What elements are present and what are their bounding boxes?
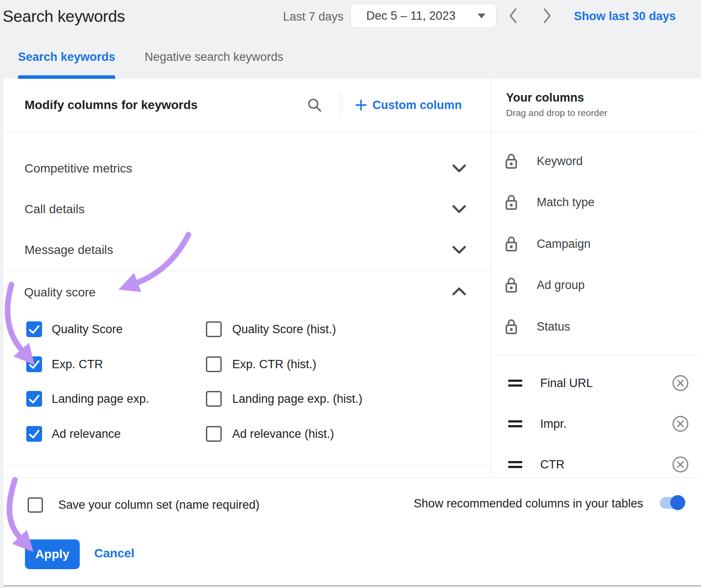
caret-down-icon bbox=[478, 14, 485, 18]
section-quality-score[interactable]: Quality score bbox=[24, 284, 96, 301]
chevron-up-icon bbox=[452, 287, 466, 296]
page-title: Search keywords bbox=[3, 5, 125, 28]
exp-ctr-hist-label[interactable]: Exp. CTR (hist.) bbox=[232, 356, 316, 373]
checkmark-icon bbox=[26, 391, 42, 407]
search-icon bbox=[307, 97, 322, 113]
section-call-details[interactable]: Call details bbox=[25, 201, 85, 218]
remove-ctr-button[interactable] bbox=[671, 455, 690, 474]
date-range-picker[interactable]: Dec 5 – 11, 2023 bbox=[350, 4, 496, 28]
ad-relevance-label[interactable]: Ad relevance bbox=[52, 426, 121, 442]
expand-competitive-metrics-button[interactable] bbox=[452, 164, 466, 173]
checkmark-icon bbox=[26, 356, 42, 372]
save-column-set-label[interactable]: Save your column set (name required) bbox=[58, 496, 259, 513]
locked-column-keyword: Keyword bbox=[537, 153, 583, 169]
landing-page-exp-hist-checkbox[interactable] bbox=[206, 391, 222, 407]
sidebar-divider bbox=[491, 79, 491, 477]
ad-relevance-checkbox[interactable] bbox=[26, 426, 42, 442]
exp-ctr-label[interactable]: Exp. CTR bbox=[52, 356, 103, 373]
chevron-right-icon bbox=[542, 7, 553, 24]
expand-call-details-button[interactable] bbox=[452, 205, 466, 214]
chevron-down-icon bbox=[452, 205, 466, 214]
dialog-title: Modify columns for keywords bbox=[25, 97, 198, 113]
lock-icon bbox=[505, 276, 518, 294]
locked-column-ad-group: Ad group bbox=[537, 277, 585, 293]
locked-column-match-type: Match type bbox=[537, 194, 595, 211]
header-divider bbox=[4, 132, 701, 133]
drag-handle[interactable] bbox=[508, 461, 522, 468]
previous-period-button[interactable] bbox=[507, 7, 519, 24]
landing-page-exp-checkbox[interactable] bbox=[26, 391, 42, 407]
apply-button-label: Apply bbox=[35, 547, 70, 561]
drag-handle[interactable] bbox=[508, 380, 522, 387]
quality-score-hist-checkbox[interactable] bbox=[206, 321, 222, 337]
exp-ctr-hist-checkbox[interactable] bbox=[206, 356, 222, 372]
plus-icon bbox=[355, 99, 367, 111]
quality-score-label[interactable]: Quality Score bbox=[52, 321, 123, 338]
chevron-left-icon bbox=[507, 7, 519, 24]
custom-column-label[interactable]: Custom column bbox=[372, 98, 462, 112]
apply-button[interactable]: Apply bbox=[25, 539, 80, 569]
your-columns-title: Your columns bbox=[506, 90, 584, 105]
collapse-quality-score-button[interactable] bbox=[452, 287, 466, 296]
draggable-column-ctr: CTR bbox=[540, 456, 565, 473]
quality-score-hist-label[interactable]: Quality Score (hist.) bbox=[232, 321, 336, 338]
checkmark-icon bbox=[26, 321, 42, 337]
quality-score-checkbox[interactable] bbox=[26, 321, 42, 337]
landing-page-exp-label[interactable]: Landing page exp. bbox=[52, 391, 149, 407]
lock-icon bbox=[505, 235, 518, 253]
active-tab-underline bbox=[18, 75, 115, 79]
expand-message-details-button[interactable] bbox=[452, 246, 466, 254]
cancel-button[interactable]: Cancel bbox=[94, 546, 135, 560]
lock-icon bbox=[505, 152, 518, 170]
chevron-down-icon bbox=[452, 164, 466, 173]
remove-circle-icon bbox=[671, 455, 690, 474]
draggable-column-impr: Impr. bbox=[540, 415, 566, 432]
sections-divider bbox=[4, 271, 491, 271]
footer-divider bbox=[4, 477, 701, 478]
sidebar-section-divider bbox=[491, 355, 701, 355]
lock-icon bbox=[505, 318, 518, 335]
section-message-details[interactable]: Message details bbox=[25, 241, 113, 259]
landing-page-exp-hist-label[interactable]: Landing page exp. (hist.) bbox=[232, 391, 362, 407]
tab-negative-search-keywords[interactable]: Negative search keywords bbox=[145, 49, 283, 64]
chevron-down-icon bbox=[452, 246, 466, 254]
header-vertical-divider bbox=[340, 93, 340, 117]
locked-column-status: Status bbox=[537, 318, 570, 335]
draggable-column-final-url: Final URL bbox=[540, 375, 593, 391]
remove-circle-icon bbox=[671, 374, 690, 392]
ad-relevance-hist-label[interactable]: Ad relevance (hist.) bbox=[232, 426, 334, 442]
date-range-value: Dec 5 – 11, 2023 bbox=[366, 9, 456, 23]
exp-ctr-checkbox[interactable] bbox=[26, 356, 42, 372]
locked-column-campaign: Campaign bbox=[537, 236, 591, 252]
next-period-button[interactable] bbox=[542, 7, 553, 24]
checkmark-icon bbox=[26, 426, 42, 442]
custom-column-button[interactable] bbox=[355, 99, 367, 111]
period-label: Last 7 days bbox=[283, 10, 343, 24]
remove-final-url-button[interactable] bbox=[671, 374, 690, 392]
ad-relevance-hist-checkbox[interactable] bbox=[206, 426, 222, 442]
search-button[interactable] bbox=[307, 97, 322, 113]
section-competitive-metrics[interactable]: Competitive metrics bbox=[25, 160, 132, 177]
lock-icon bbox=[505, 194, 518, 211]
remove-circle-icon bbox=[671, 415, 690, 433]
save-column-set-checkbox[interactable] bbox=[28, 497, 43, 513]
your-columns-subtitle: Drag and drop to reorder bbox=[506, 107, 607, 119]
show-last-30-days-link[interactable]: Show last 30 days bbox=[574, 9, 676, 23]
recommended-columns-label: Show recommended columns in your tables bbox=[377, 495, 643, 512]
remove-impr-button[interactable] bbox=[671, 415, 690, 433]
drag-handle[interactable] bbox=[508, 420, 522, 427]
quality-section-bottom-divider bbox=[4, 465, 491, 465]
toggle-knob[interactable] bbox=[670, 495, 685, 510]
tab-search-keywords[interactable]: Search keywords bbox=[18, 49, 115, 64]
